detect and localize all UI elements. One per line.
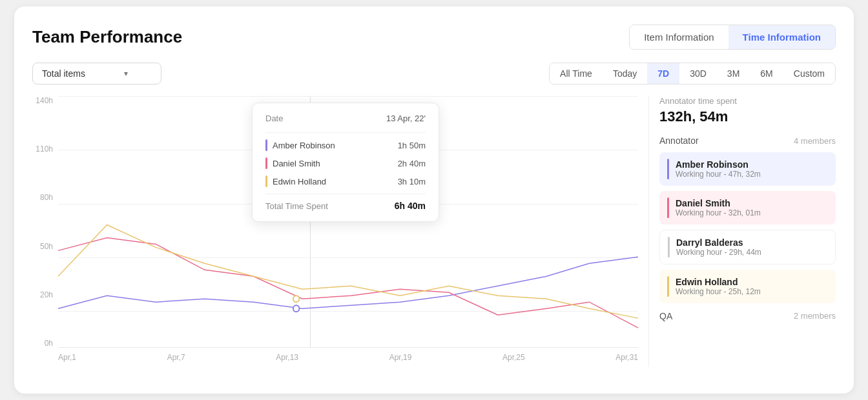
- qa-section: QA 2 members: [659, 311, 836, 321]
- filter-custom[interactable]: Custom: [783, 63, 835, 84]
- x-label-apr7: Apr,7: [167, 353, 185, 362]
- tooltip-color-daniel: [265, 157, 267, 169]
- tooltip-time-daniel: 2h 40m: [398, 159, 426, 168]
- chevron-down-icon: ▾: [124, 69, 128, 78]
- member-name-amber: Amber Robinson: [676, 159, 761, 170]
- x-label-apr1: Apr,1: [58, 353, 76, 362]
- member-accent-edwin: [667, 276, 669, 297]
- y-label-110: 110h: [36, 145, 53, 154]
- y-label-50: 50h: [40, 242, 53, 251]
- member-card-edwin[interactable]: Edwin Holland Working hour - 25h, 12m: [659, 270, 836, 303]
- tooltip-date-row: Date 13 Apr, 22': [265, 114, 426, 123]
- chart-area: 140h 110h 80h 50h 20h 0h: [32, 96, 638, 367]
- dot-purple: [293, 305, 299, 312]
- tooltip-name-daniel: Daniel Smith: [273, 159, 320, 168]
- x-label-apr31: Apr,31: [615, 353, 638, 362]
- qa-title: QA: [659, 311, 672, 321]
- y-axis: 140h 110h 80h 50h 20h 0h: [32, 96, 58, 348]
- tooltip-color-edwin: [265, 175, 267, 187]
- tooltip-daniel-group: Daniel Smith: [265, 157, 320, 169]
- tooltip-date-label: Date: [265, 114, 283, 123]
- member-name-daniel: Daniel Smith: [676, 198, 761, 208]
- filter-7d[interactable]: 7D: [647, 63, 679, 84]
- time-filter-group: All Time Today 7D 30D 3M 6M Custom: [549, 63, 836, 85]
- total-items-dropdown[interactable]: Total items ▾: [32, 63, 161, 85]
- tooltip-row-daniel: Daniel Smith 2h 40m: [265, 157, 426, 169]
- tab-group: Item Information Time Information: [629, 25, 836, 50]
- tooltip-name-edwin: Edwin Holland: [273, 177, 326, 186]
- member-card-amber[interactable]: Amber Robinson Working hour - 47h, 32m: [659, 152, 836, 186]
- member-accent-daniel: [667, 197, 669, 218]
- tooltip-amber-group: Amber Robinson: [265, 139, 335, 151]
- member-info-darryl: Darryl Balderas Working hour - 29h, 44m: [676, 237, 761, 257]
- annotator-time-value: 132h, 54m: [659, 108, 836, 125]
- page-title: Team Performance: [32, 27, 182, 47]
- header-row: Team Performance Item Information Time I…: [32, 25, 836, 50]
- x-label-apr13: Apr,13: [276, 353, 298, 362]
- controls-row: Total items ▾ All Time Today 7D 30D 3M 6…: [32, 63, 836, 85]
- y-label-20: 20h: [40, 290, 53, 299]
- main-content: 140h 110h 80h 50h 20h 0h: [32, 96, 836, 367]
- dot-yellow: [293, 295, 299, 302]
- x-axis: Apr,1 Apr,7 Apr,13 Apr,19 Apr,25 Apr,31: [58, 348, 638, 367]
- tooltip-row-edwin: Edwin Holland 3h 10m: [265, 175, 426, 187]
- tab-item-information[interactable]: Item Information: [630, 25, 728, 49]
- y-label-0: 0h: [45, 339, 53, 348]
- tooltip-color-amber: [265, 139, 267, 151]
- dropdown-label: Total items: [42, 68, 85, 79]
- tooltip: Date 13 Apr, 22' Amber Robinson 1h 50m D…: [252, 103, 439, 222]
- tooltip-edwin-group: Edwin Holland: [265, 175, 326, 187]
- member-hours-edwin: Working hour - 25h, 12m: [676, 287, 761, 296]
- annotator-section-header: Annotator 4 members: [659, 135, 836, 146]
- member-name-edwin: Edwin Holland: [676, 277, 761, 287]
- tooltip-time-edwin: 3h 10m: [398, 177, 426, 186]
- member-info-edwin: Edwin Holland Working hour - 25h, 12m: [676, 277, 761, 296]
- tooltip-row-amber: Amber Robinson 1h 50m: [265, 139, 426, 151]
- y-label-80: 80h: [40, 193, 53, 202]
- member-hours-amber: Working hour - 47h, 32m: [676, 170, 761, 179]
- tooltip-divider-1: [265, 132, 426, 133]
- y-label-140: 140h: [36, 96, 53, 105]
- filter-30d[interactable]: 30D: [679, 63, 717, 84]
- filter-6m[interactable]: 6M: [750, 63, 783, 84]
- filter-3m[interactable]: 3M: [717, 63, 750, 84]
- x-label-apr25: Apr,25: [502, 353, 525, 362]
- tooltip-time-amber: 1h 50m: [398, 141, 426, 150]
- member-card-daniel[interactable]: Daniel Smith Working hour - 32h, 01m: [659, 191, 836, 225]
- tooltip-total-row: Total Time Spent 6h 40m: [265, 194, 426, 211]
- member-accent-amber: [667, 159, 669, 179]
- member-name-darryl: Darryl Balderas: [676, 237, 761, 248]
- qa-header: QA 2 members: [659, 311, 836, 321]
- main-card: Team Performance Item Information Time I…: [14, 6, 854, 394]
- filter-all-time[interactable]: All Time: [550, 63, 603, 84]
- member-info-daniel: Daniel Smith Working hour - 32h, 01m: [676, 198, 761, 217]
- annotator-section-title: Annotator: [659, 135, 699, 146]
- right-panel: Annotator time spent 132h, 54m Annotator…: [648, 96, 836, 367]
- x-label-apr19: Apr,19: [389, 353, 412, 362]
- member-accent-darryl: [668, 237, 670, 257]
- filter-today[interactable]: Today: [603, 63, 647, 84]
- tooltip-total-value: 6h 40m: [395, 201, 426, 211]
- tab-time-information[interactable]: Time Information: [728, 25, 835, 49]
- member-card-darryl[interactable]: Darryl Balderas Working hour - 29h, 44m: [659, 230, 836, 265]
- member-info-amber: Amber Robinson Working hour - 47h, 32m: [676, 159, 761, 179]
- member-hours-daniel: Working hour - 32h, 01m: [676, 208, 761, 217]
- tooltip-total-label: Total Time Spent: [265, 201, 328, 211]
- annotator-time-label: Annotator time spent: [659, 96, 836, 106]
- tooltip-name-amber: Amber Robinson: [273, 141, 335, 150]
- member-hours-darryl: Working hour - 29h, 44m: [676, 248, 761, 257]
- qa-count: 2 members: [794, 311, 836, 321]
- annotator-count: 4 members: [794, 136, 836, 146]
- tooltip-date-value: 13 Apr, 22': [386, 114, 426, 123]
